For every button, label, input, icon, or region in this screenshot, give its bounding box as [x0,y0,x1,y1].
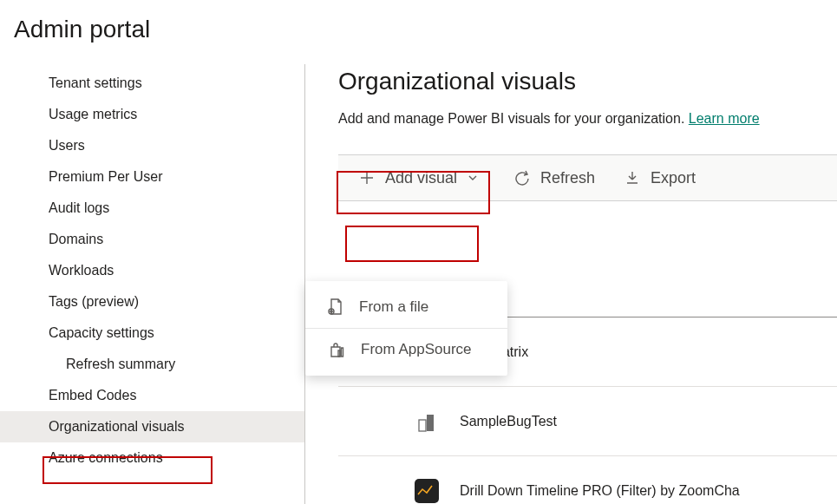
appsource-icon [328,341,345,358]
add-visual-label: Add visual [385,169,457,187]
svg-rect-2 [342,348,343,357]
dropdown-from-appsource[interactable]: From AppSource [305,328,507,370]
visual-name: Drill Down Timeline PRO (Filter) by Zoom… [460,483,740,499]
svg-rect-6 [427,415,434,431]
page-description: Add and manage Power BI visuals for your… [338,111,837,127]
app-title: Admin portal [14,16,823,43]
sidebar: Tenant settings Usage metrics Users Prem… [0,64,305,504]
file-icon [328,298,343,316]
sidebar-item-audit-logs[interactable]: Audit logs [0,193,304,224]
learn-more-link[interactable]: Learn more [689,111,760,126]
main-content: Organizational visuals Add and manage Po… [305,64,837,504]
page-description-text: Add and manage Power BI visuals for your… [338,111,689,126]
export-label: Export [651,169,696,187]
visual-dark-icon [415,479,439,503]
visual-bar-icon [415,409,439,434]
sidebar-item-embed-codes[interactable]: Embed Codes [0,380,304,411]
sidebar-item-tags-preview[interactable]: Tags (preview) [0,286,304,317]
sidebar-item-azure-connections[interactable]: Azure connections [0,442,304,474]
sidebar-item-organizational-visuals[interactable]: Organizational visuals [0,411,304,442]
download-icon [624,170,640,186]
sidebar-item-domains[interactable]: Domains [0,224,304,255]
sidebar-item-users[interactable]: Users [0,130,304,161]
add-visual-dropdown: From a file From AppSource [305,281,507,376]
svg-rect-1 [338,350,340,357]
sidebar-item-capacity-settings[interactable]: Capacity settings [0,317,304,349]
dropdown-from-file-label: From a file [359,298,428,316]
export-button[interactable]: Export [621,164,699,193]
add-visual-button[interactable]: Add visual [350,164,488,193]
plus-icon [359,170,375,186]
toolbar: Add visual Refresh Export [338,154,837,201]
chevron-down-icon [468,173,478,183]
svg-rect-7 [415,479,439,503]
header: Admin portal [0,0,837,52]
visual-name: SampleBugTest [460,414,557,429]
list-item[interactable]: SampleBugTest [338,387,837,456]
list-item[interactable]: Drill Down Timeline PRO (Filter) by Zoom… [338,456,837,504]
sidebar-item-refresh-summary[interactable]: Refresh summary [0,349,304,380]
dropdown-from-appsource-label: From AppSource [361,341,472,358]
refresh-button[interactable]: Refresh [511,164,598,193]
page-title: Organizational visuals [338,68,837,95]
svg-rect-5 [419,420,426,431]
sidebar-item-premium-per-user[interactable]: Premium Per User [0,161,304,193]
refresh-label: Refresh [540,169,595,187]
dropdown-from-file[interactable]: From a file [305,286,507,328]
sidebar-item-workloads[interactable]: Workloads [0,255,304,286]
sidebar-item-tenant-settings[interactable]: Tenant settings [0,68,304,99]
sidebar-item-usage-metrics[interactable]: Usage metrics [0,99,304,130]
refresh-icon [514,170,530,186]
